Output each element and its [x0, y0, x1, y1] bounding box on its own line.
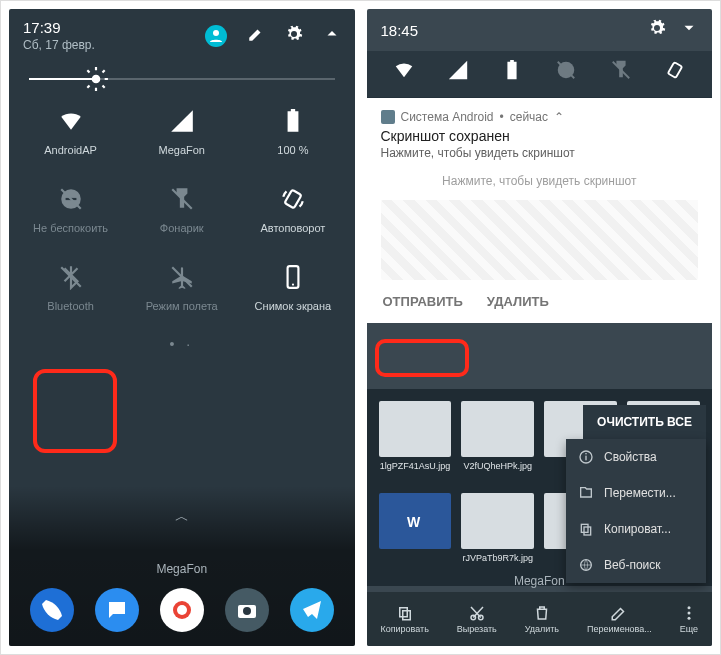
airplane-icon	[169, 264, 195, 290]
svg-point-40	[687, 617, 690, 620]
screenshot-preview[interactable]	[381, 200, 699, 280]
status-bar: 17:39 Сб, 17 февр.	[9, 9, 355, 62]
wifi-icon	[58, 108, 84, 134]
action-send[interactable]: ОТПРАВИТЬ	[383, 294, 463, 309]
tile-cellular[interactable]: MegaFon	[126, 108, 237, 156]
svg-line-7	[103, 86, 105, 88]
bar-copy[interactable]: Копировать	[380, 604, 428, 634]
tile-wifi[interactable]: AndroidAP	[15, 108, 126, 156]
file-thumb-word[interactable]: W	[379, 493, 452, 549]
svg-point-22	[243, 607, 251, 615]
svg-point-18	[292, 284, 294, 286]
settings-icon[interactable]	[285, 25, 303, 47]
dock	[9, 588, 355, 632]
tile-autorotate[interactable]: Автоповорот	[237, 186, 348, 234]
notification-source: Система Android	[401, 110, 494, 124]
svg-point-39	[687, 612, 690, 615]
tile-airplane[interactable]: Режим полета	[126, 264, 237, 312]
dnd-icon	[58, 186, 84, 212]
tile-label: Bluetooth	[47, 300, 93, 312]
bar-more[interactable]: Еще	[680, 604, 698, 634]
phone-left-quick-settings: 17:39 Сб, 17 февр. AndroidAP MegaFon	[9, 9, 355, 646]
notification-actions: ОТПРАВИТЬ УДАЛИТЬ	[367, 280, 713, 323]
flashlight-off-icon[interactable]	[610, 59, 632, 85]
battery-icon	[280, 108, 306, 134]
tile-label: 100 %	[277, 144, 308, 156]
battery-icon[interactable]	[501, 59, 523, 85]
signal-icon	[169, 108, 195, 134]
edit-icon[interactable]	[247, 25, 265, 47]
clock-time: 18:45	[381, 22, 419, 39]
tile-label: MegaFon	[159, 144, 205, 156]
context-menu: Свойства Перемести... Копироват... Веб-п…	[566, 439, 706, 583]
drawer-handle-icon[interactable]: ︿	[9, 508, 355, 526]
settings-icon[interactable]	[648, 19, 666, 41]
notification-header: Система Android • сейчас ⌃	[381, 110, 699, 124]
bar-cut[interactable]: Вырезать	[457, 604, 497, 634]
svg-text:W: W	[407, 514, 421, 530]
collapse-icon[interactable]: ⌃	[554, 110, 564, 124]
svg-point-0	[213, 30, 219, 36]
rotate-icon	[280, 186, 306, 212]
highlight-bluetooth	[33, 369, 117, 453]
svg-line-8	[88, 86, 90, 88]
tile-screenshot[interactable]: Снимок экрана	[237, 264, 348, 312]
dnd-off-icon[interactable]	[555, 59, 577, 85]
notification-card[interactable]: Система Android • сейчас ⌃ Скриншот сохр…	[367, 98, 713, 280]
action-delete[interactable]: УДАЛИТЬ	[487, 294, 549, 309]
tile-bluetooth[interactable]: Bluetooth	[15, 264, 126, 312]
bottom-action-bar: Копировать Вырезать Удалить Переименова.…	[367, 592, 713, 646]
bar-rename[interactable]: Переименова...	[587, 604, 652, 634]
menu-move[interactable]: Перемести...	[566, 475, 706, 511]
clock-time: 17:39	[23, 19, 95, 36]
carrier-label: MegaFon	[367, 574, 713, 588]
notification-time: сейчас	[510, 110, 548, 124]
brightness-slider[interactable]	[9, 62, 355, 104]
notification-body: Нажмите, чтобы увидеть скриншот	[381, 160, 699, 194]
svg-line-6	[88, 70, 90, 72]
status-bar: 18:45	[367, 9, 713, 51]
highlight-send	[375, 339, 469, 377]
bar-delete[interactable]: Удалить	[525, 604, 559, 634]
phone-right-notification: 18:45 Система Android • сейчас ⌃ Скриншо…	[367, 9, 713, 646]
user-avatar[interactable]	[205, 25, 227, 47]
file-thumb[interactable]: V2fUQheHPk.jpg	[461, 401, 534, 457]
file-thumb[interactable]: rJVPaTb9R7k.jpg	[461, 493, 534, 549]
tile-label: Автоповорот	[260, 222, 325, 234]
svg-rect-14	[284, 190, 301, 209]
expand-icon[interactable]	[680, 19, 698, 41]
file-thumb[interactable]: 1lgPZF41AsU.jpg	[379, 401, 452, 457]
tile-label: Снимок экрана	[255, 300, 332, 312]
phone-icon	[280, 264, 306, 290]
svg-point-1	[92, 75, 101, 84]
clear-all-button[interactable]: ОЧИСТИТЬ ВСЕ	[583, 405, 706, 439]
tile-label: Фонарик	[160, 222, 204, 234]
signal-icon[interactable]	[447, 59, 469, 85]
tile-battery[interactable]: 100 %	[237, 108, 348, 156]
svg-line-9	[103, 70, 105, 72]
carrier-label: MegaFon	[9, 562, 355, 576]
app-telegram[interactable]	[290, 588, 334, 632]
svg-rect-30	[585, 453, 586, 454]
brightness-thumb-icon[interactable]	[83, 66, 109, 92]
app-phone[interactable]	[30, 588, 74, 632]
collapse-icon[interactable]	[323, 25, 341, 47]
notification-title: Скриншот сохранен	[381, 128, 699, 144]
tile-dnd[interactable]: Не беспокоить	[15, 186, 126, 234]
wifi-icon[interactable]	[393, 59, 415, 85]
system-app-icon	[381, 110, 395, 124]
tile-label: Режим полета	[146, 300, 218, 312]
app-camera[interactable]	[225, 588, 269, 632]
page-indicator: • ·	[9, 336, 355, 352]
app-google[interactable]	[160, 588, 204, 632]
tile-label: Не беспокоить	[33, 222, 108, 234]
svg-point-20	[177, 605, 187, 615]
menu-properties[interactable]: Свойства	[566, 439, 706, 475]
tile-label: AndroidAP	[44, 144, 97, 156]
status-date: Сб, 17 февр.	[23, 38, 95, 52]
tile-flashlight[interactable]: Фонарик	[126, 186, 237, 234]
app-messages[interactable]	[95, 588, 139, 632]
menu-copy[interactable]: Копироват...	[566, 511, 706, 547]
svg-point-38	[687, 606, 690, 609]
rotate-icon[interactable]	[664, 59, 686, 85]
